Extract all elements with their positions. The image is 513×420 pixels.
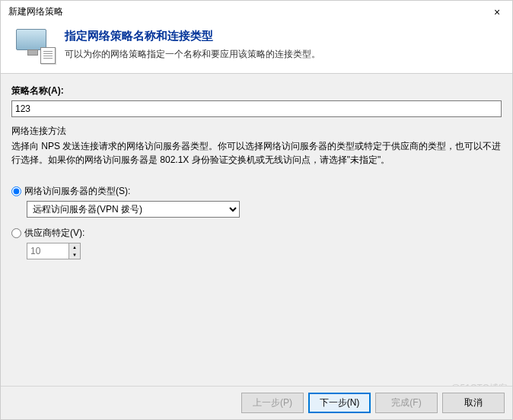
radio-vendor-row[interactable]: 供应商特定(V):	[11, 227, 502, 240]
close-icon[interactable]: ×	[489, 6, 505, 18]
finish-button: 完成(F)	[375, 393, 438, 413]
radio-server-type-row[interactable]: 网络访问服务器的类型(S):	[11, 185, 502, 198]
connection-method-desc: 选择向 NPS 发送连接请求的网络访问服务器类型。你可以选择网络访问服务器的类型…	[11, 139, 502, 167]
wizard-header: 指定网络策略名称和连接类型 可以为你的网络策略指定一个名称和要应用该策略的连接类…	[1, 21, 512, 74]
radio-vendor[interactable]	[11, 228, 21, 238]
document-icon	[40, 47, 56, 64]
radio-vendor-label: 供应商特定(V):	[24, 227, 84, 240]
vendor-value-input	[27, 243, 69, 259]
radio-server-type[interactable]	[11, 186, 21, 196]
title-bar: 新建网络策略 ×	[1, 1, 512, 21]
cancel-button[interactable]: 取消	[442, 393, 505, 413]
policy-name-input[interactable]	[11, 100, 502, 117]
window-title: 新建网络策略	[8, 5, 63, 18]
spinner-buttons: ▲ ▼	[69, 243, 81, 259]
back-button: 上一步(P)	[241, 393, 304, 413]
spinner-down-icon[interactable]: ▼	[69, 251, 80, 259]
connection-method-label: 网络连接方法	[11, 125, 502, 138]
policy-name-label: 策略名称(A):	[11, 84, 502, 97]
vendor-spinner: ▲ ▼	[27, 243, 81, 259]
wizard-icon	[16, 29, 54, 62]
header-text: 指定网络策略名称和连接类型 可以为你的网络策略指定一个名称和要应用该策略的连接类…	[65, 29, 320, 61]
wizard-footer: 上一步(P) 下一步(N) 完成(F) 取消	[1, 386, 512, 419]
spinner-up-icon[interactable]: ▲	[69, 243, 80, 251]
page-heading: 指定网络策略名称和连接类型	[65, 29, 320, 43]
radio-server-type-label: 网络访问服务器的类型(S):	[24, 185, 130, 198]
next-button[interactable]: 下一步(N)	[308, 393, 371, 413]
content-area: 策略名称(A): 网络连接方法 选择向 NPS 发送连接请求的网络访问服务器类型…	[1, 74, 512, 401]
page-subheading: 可以为你的网络策略指定一个名称和要应用该策略的连接类型。	[65, 48, 320, 61]
server-type-select[interactable]: 远程访问服务器(VPN 拨号)	[27, 201, 240, 218]
